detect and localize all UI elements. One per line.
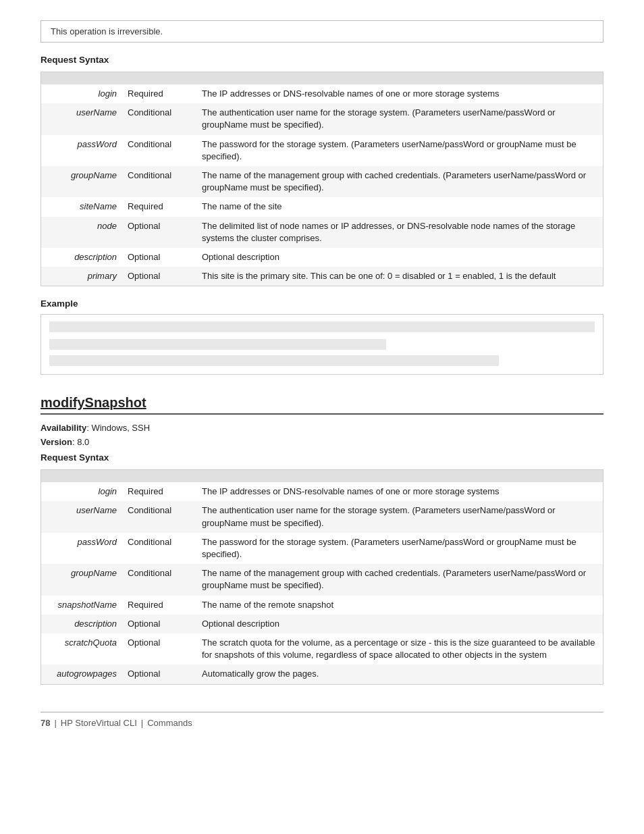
- param-req: Optional: [122, 615, 196, 633]
- param-req: Conditional: [122, 533, 196, 564]
- param-name: siteName: [41, 197, 122, 216]
- table-row: passWord Conditional The password for th…: [41, 533, 603, 564]
- param-desc: The delimited list of node names or IP a…: [196, 217, 603, 248]
- param-name: description: [41, 615, 122, 633]
- example-line-2: [49, 339, 386, 350]
- table-row: primary Optional This site is the primar…: [41, 267, 603, 286]
- footer: 78 | HP StoreVirtual CLI | Commands: [41, 712, 603, 728]
- param-desc: The IP addresses or DNS-resolvable names…: [196, 482, 603, 501]
- param-name: autogrowpages: [41, 664, 122, 683]
- footer-inner: 78 | HP StoreVirtual CLI | Commands: [41, 718, 603, 728]
- param-req: Conditional: [122, 501, 196, 532]
- section2-table-header-row: [41, 470, 603, 482]
- section2-table-body: login Required The IP addresses or DNS-r…: [41, 482, 603, 683]
- param-name: userName: [41, 501, 122, 532]
- version-line: Version: 8.0: [41, 437, 603, 447]
- param-name: description: [41, 248, 122, 267]
- table-row: description Optional Optional descriptio…: [41, 615, 603, 633]
- param-req: Conditional: [122, 103, 196, 134]
- section1-param-table-container: login Required The IP addresses or DNS-r…: [41, 72, 603, 286]
- param-desc: This site is the primary site. This can …: [196, 267, 603, 286]
- param-name: groupName: [41, 166, 122, 197]
- param-req: Required: [122, 197, 196, 216]
- param-desc: The name of the management group with ca…: [196, 564, 603, 595]
- example-line-1: [49, 321, 595, 332]
- param-desc: Optional description: [196, 248, 603, 267]
- footer-separator2: |: [141, 718, 143, 728]
- param-desc: The scratch quota for the volume, as a p…: [196, 633, 603, 664]
- table-row: groupName Conditional The name of the ma…: [41, 564, 603, 595]
- table-row: passWord Conditional The password for th…: [41, 135, 603, 166]
- param-desc: The name of the management group with ca…: [196, 166, 603, 197]
- param-req: Required: [122, 596, 196, 615]
- param-desc: The authentication user name for the sto…: [196, 103, 603, 134]
- table-row: userName Conditional The authentication …: [41, 103, 603, 134]
- param-name: passWord: [41, 135, 122, 166]
- param-desc: The authentication user name for the sto…: [196, 501, 603, 532]
- footer-section-name: Commands: [147, 718, 192, 728]
- section1-table-header-row: [41, 72, 603, 84]
- param-req: Required: [122, 482, 196, 501]
- param-name: primary: [41, 267, 122, 286]
- param-name: userName: [41, 103, 122, 134]
- param-req: Conditional: [122, 135, 196, 166]
- command-title: modifySnapshot: [41, 395, 603, 415]
- footer-separator1: |: [54, 718, 56, 728]
- param-desc: The password for the storage system. (Pa…: [196, 533, 603, 564]
- param-req: Conditional: [122, 564, 196, 595]
- table-row: autogrowpages Optional Automatically gro…: [41, 664, 603, 683]
- section1-param-table: login Required The IP addresses or DNS-r…: [41, 72, 603, 286]
- param-desc: The name of the remote snapshot: [196, 596, 603, 615]
- table-row: login Required The IP addresses or DNS-r…: [41, 84, 603, 103]
- section2-request-syntax-heading: Request Syntax: [41, 452, 603, 463]
- example-heading: Example: [41, 298, 603, 309]
- availability-line: Availability: Windows, SSH: [41, 423, 603, 433]
- param-req: Optional: [122, 248, 196, 267]
- param-desc: Automatically grow the pages.: [196, 664, 603, 683]
- section2-param-table: login Required The IP addresses or DNS-r…: [41, 470, 603, 683]
- section1-table-body: login Required The IP addresses or DNS-r…: [41, 84, 603, 286]
- example-box: [41, 314, 603, 375]
- table-row: groupName Conditional The name of the ma…: [41, 166, 603, 197]
- param-req: Conditional: [122, 166, 196, 197]
- table-row: snapshotName Required The name of the re…: [41, 596, 603, 615]
- table-row: scratchQuota Optional The scratch quota …: [41, 633, 603, 664]
- section1-request-syntax-heading: Request Syntax: [41, 55, 603, 65]
- param-desc: The password for the storage system. (Pa…: [196, 135, 603, 166]
- table-row: node Optional The delimited list of node…: [41, 217, 603, 248]
- example-line-3: [49, 355, 499, 366]
- page-number: 78: [41, 718, 50, 728]
- param-req: Required: [122, 84, 196, 103]
- param-name: passWord: [41, 533, 122, 564]
- param-desc: Optional description: [196, 615, 603, 633]
- param-req: Optional: [122, 633, 196, 664]
- param-name: scratchQuota: [41, 633, 122, 664]
- param-name: snapshotName: [41, 596, 122, 615]
- param-name: login: [41, 482, 122, 501]
- table-row: siteName Required The name of the site: [41, 197, 603, 216]
- param-name: login: [41, 84, 122, 103]
- section2-param-table-container: login Required The IP addresses or DNS-r…: [41, 469, 603, 684]
- table-row: login Required The IP addresses or DNS-r…: [41, 482, 603, 501]
- table-row: description Optional Optional descriptio…: [41, 248, 603, 267]
- param-name: groupName: [41, 564, 122, 595]
- param-req: Optional: [122, 664, 196, 683]
- param-desc: The IP addresses or DNS-resolvable names…: [196, 84, 603, 103]
- table-row: userName Conditional The authentication …: [41, 501, 603, 532]
- param-req: Optional: [122, 267, 196, 286]
- footer-product: HP StoreVirtual CLI: [61, 718, 137, 728]
- param-req: Optional: [122, 217, 196, 248]
- param-name: node: [41, 217, 122, 248]
- param-desc: The name of the site: [196, 197, 603, 216]
- irreversible-note: This operation is irreversible.: [41, 20, 603, 43]
